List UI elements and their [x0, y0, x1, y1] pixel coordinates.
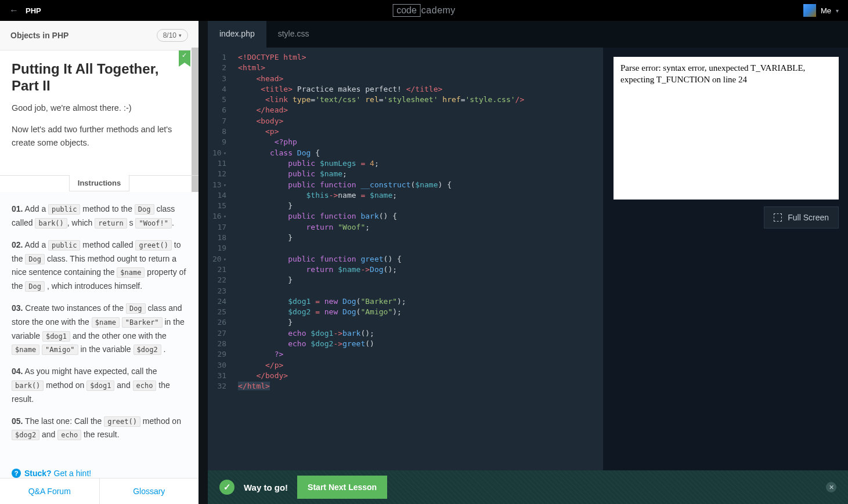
intro-line-2: Now let's add two further methods and le…: [12, 123, 187, 150]
chevron-down-icon: ▾: [836, 8, 839, 14]
fold-icon[interactable]: ▾: [223, 148, 226, 158]
lesson-name: Objects in PHP: [10, 31, 68, 40]
instructions-list: 01. Add a public method to the Dog class…: [0, 192, 199, 461]
success-message: Way to go!: [244, 483, 288, 492]
preview-output: Parse error: syntax error, unexpected T_…: [614, 57, 839, 200]
stuck-label: Stuck?: [24, 469, 52, 478]
user-menu[interactable]: Me ▾: [803, 4, 839, 17]
qa-forum-tab[interactable]: Q&A Forum: [0, 478, 99, 504]
glossary-tab[interactable]: Glossary: [100, 478, 199, 504]
start-next-button[interactable]: Start Next Lesson: [297, 476, 387, 499]
question-icon: ?: [12, 469, 21, 478]
logo[interactable]: codecademy: [392, 4, 456, 17]
fold-icon[interactable]: ▾: [223, 254, 226, 264]
fold-icon[interactable]: ▾: [223, 180, 226, 190]
course-name: PHP: [26, 6, 41, 15]
topbar-left: ← PHP: [9, 5, 41, 16]
intro-line-1: Good job, we're almost there. :-): [12, 101, 187, 115]
editor-panel: index.php style.css 1 2 3 4 5 6 7 8 9 10…: [208, 21, 848, 504]
line-gutter: 1 2 3 4 5 6 7 8 9 10▾ 11 12 13▾ 14 15 16…: [208, 48, 232, 504]
back-arrow-icon[interactable]: ←: [9, 5, 19, 16]
tab-style-css[interactable]: style.css: [266, 21, 321, 48]
me-label: Me: [821, 6, 831, 15]
logo-text: cademy: [421, 5, 456, 16]
top-bar: ← PHP codecademy Me ▾: [0, 0, 848, 21]
editor-tabs: index.php style.css: [208, 21, 848, 48]
lesson-intro: Good job, we're almost there. :-) Now le…: [0, 101, 199, 169]
fold-icon[interactable]: ▾: [223, 211, 226, 222]
close-icon[interactable]: ✕: [826, 482, 836, 492]
hint-link[interactable]: ? Stuck? Get a hint!: [0, 461, 199, 478]
fullscreen-label: Full Screen: [788, 213, 829, 222]
checkmark-icon: ✓: [219, 480, 234, 495]
fullscreen-button[interactable]: Full Screen: [764, 206, 839, 229]
preview-panel: Parse error: syntax error, unexpected T_…: [614, 48, 848, 504]
lesson-content: Putting It All Together, Part II Good jo…: [0, 50, 199, 478]
logo-box: code: [392, 4, 421, 17]
instructions-divider: Instructions: [0, 175, 199, 192]
tab-index-php[interactable]: index.php: [208, 21, 266, 48]
error-text: Parse error: syntax error, unexpected T_…: [620, 63, 805, 84]
progress-text: 8/10: [163, 31, 176, 39]
success-bar: ✓ Way to go! Start Next Lesson ✕: [208, 470, 848, 504]
fullscreen-icon: [774, 213, 782, 222]
instructions-panel: Objects in PHP 8/10 ▾ Putting It All Tog…: [0, 21, 199, 504]
instructions-label: Instructions: [69, 175, 129, 191]
step-2: 02. Add a public method called greet() t…: [12, 238, 187, 293]
code-editor[interactable]: 1 2 3 4 5 6 7 8 9 10▾ 11 12 13▾ 14 15 16…: [208, 48, 603, 504]
code-content[interactable]: <!DOCTYPE html><html> <head> <title> Pra…: [232, 48, 603, 504]
bottom-tabs: Q&A Forum Glossary: [0, 478, 199, 504]
chevron-down-icon: ▾: [179, 32, 182, 38]
lesson-header: Objects in PHP 8/10 ▾: [0, 21, 199, 50]
step-5: 05. The last one: Call the greet() metho…: [12, 415, 187, 443]
step-3: 03. Create two instances of the Dog clas…: [12, 302, 187, 357]
step-4: 04. As you might have expected, call the…: [12, 365, 187, 406]
get-hint-label: Get a hint!: [52, 469, 91, 478]
lesson-title: Putting It All Together, Part II: [0, 50, 199, 101]
step-1: 01. Add a public method to the Dog class…: [12, 202, 187, 230]
progress-dropdown[interactable]: 8/10 ▾: [157, 29, 188, 42]
avatar: [803, 4, 816, 17]
